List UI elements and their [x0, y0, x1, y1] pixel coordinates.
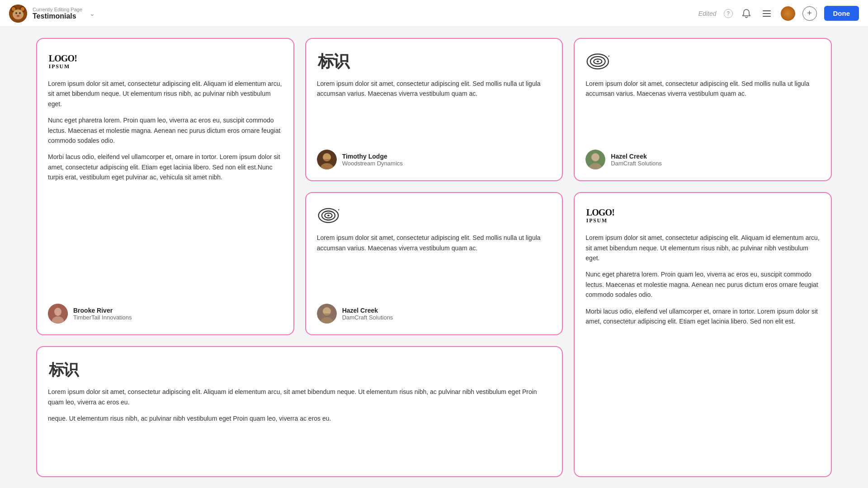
- testimonial-card-2: 标识 Lorem ipsum dolor sit amet, consectet…: [305, 38, 563, 181]
- svg-rect-11: [763, 13, 771, 14]
- header-left: Currently Editing Page Testimonials ⌄: [9, 5, 95, 23]
- svg-point-9: [17, 15, 19, 17]
- notification-button[interactable]: [740, 7, 753, 20]
- testimonial-card-5: LOGO! IPSUM Lorem ipsum dolor sit amet, …: [574, 192, 832, 477]
- card-author-3: Hazel Creek DamCraft Solutions: [585, 150, 820, 169]
- author-info-3: Hazel Creek DamCraft Solutions: [611, 153, 662, 167]
- svg-rect-10: [763, 10, 771, 11]
- card-author-4: Hazel Creek DamCraft Solutions: [317, 304, 552, 324]
- svg-text:LOGO!: LOGO!: [586, 207, 614, 217]
- author-company-2: Woodstream Dynamics: [342, 160, 403, 167]
- card-text-6: Lorem ipsum dolor sit amet, consectetur …: [48, 387, 551, 465]
- add-button[interactable]: +: [802, 6, 817, 21]
- svg-text:IPSUM: IPSUM: [586, 217, 608, 224]
- card-logo-3: [585, 52, 820, 71]
- help-icon[interactable]: ?: [724, 9, 733, 18]
- svg-point-28: [591, 153, 599, 161]
- author-name-1: Brooke River: [73, 307, 132, 314]
- author-company-4: DamCraft Solutions: [342, 314, 393, 321]
- testimonial-card-1: LOGO! IPSUM Lorem ipsum dolor sit amet, …: [36, 38, 294, 335]
- author-company-1: TimberTail Innovations: [73, 314, 132, 321]
- done-button[interactable]: Done: [824, 6, 859, 21]
- user-avatar[interactable]: [781, 6, 795, 21]
- card-logo-1: LOGO! IPSUM: [48, 52, 283, 71]
- author-company-3: DamCraft Solutions: [611, 160, 662, 167]
- card-logo-6: 标识: [48, 360, 551, 380]
- svg-text:标识: 标识: [48, 361, 80, 378]
- card-text-1: Lorem ipsum dolor sit amet, consectetur …: [48, 79, 283, 295]
- author-avatar-3: [585, 150, 605, 169]
- header-title: Testimonials: [33, 12, 82, 20]
- svg-text:IPSUM: IPSUM: [49, 63, 70, 70]
- author-name-2: Timothy Lodge: [342, 153, 403, 160]
- svg-point-7: [15, 12, 17, 14]
- testimonials-grid: LOGO! IPSUM Lorem ipsum dolor sit amet, …: [0, 27, 868, 488]
- svg-text:标识: 标识: [317, 52, 350, 70]
- svg-line-34: [338, 210, 339, 211]
- chevron-down-icon[interactable]: ⌄: [90, 10, 95, 17]
- testimonial-card-4: Lorem ipsum dolor sit amet, consectetur …: [305, 192, 563, 335]
- header-right: Edited ? + Done: [698, 6, 859, 21]
- svg-point-33: [327, 215, 329, 216]
- header-title-block: Currently Editing Page Testimonials: [33, 7, 82, 20]
- svg-text:LOGO!: LOGO!: [49, 53, 77, 63]
- testimonial-card-3: Lorem ipsum dolor sit amet, consectetur …: [574, 38, 832, 181]
- card-author-1: Brooke River TimberTail Innovations: [48, 304, 283, 324]
- author-info-4: Hazel Creek DamCraft Solutions: [342, 307, 393, 321]
- card-logo-2: 标识: [317, 52, 552, 71]
- card-text-2: Lorem ipsum dolor sit amet, consectetur …: [317, 79, 552, 141]
- author-avatar-1: [48, 304, 68, 324]
- testimonial-card-6: 标识 Lorem ipsum dolor sit amet, consectet…: [36, 346, 563, 477]
- header-subtitle: Currently Editing Page: [33, 7, 82, 12]
- card-text-4: Lorem ipsum dolor sit amet, consectetur …: [317, 233, 552, 295]
- author-info-2: Timothy Lodge Woodstream Dynamics: [342, 153, 403, 167]
- svg-rect-12: [763, 16, 771, 17]
- svg-point-3: [12, 7, 15, 11]
- edited-label: Edited: [698, 10, 717, 17]
- author-name-4: Hazel Creek: [342, 307, 393, 314]
- avatar: [9, 5, 27, 23]
- card-text-5: Lorem ipsum dolor sit amet, consectetur …: [585, 233, 820, 465]
- author-avatar-4: [317, 304, 337, 324]
- card-text-3: Lorem ipsum dolor sit amet, consectetur …: [585, 79, 820, 141]
- header: Currently Editing Page Testimonials ⌄ Ed…: [0, 0, 868, 27]
- svg-point-25: [597, 61, 599, 62]
- card-logo-5: LOGO! IPSUM: [585, 206, 820, 225]
- author-avatar-2: [317, 150, 337, 169]
- svg-point-4: [21, 7, 24, 11]
- card-author-2: Timothy Lodge Woodstream Dynamics: [317, 150, 552, 169]
- list-icon-button[interactable]: [760, 8, 774, 19]
- author-info-1: Brooke River TimberTail Innovations: [73, 307, 132, 321]
- card-logo-4: [317, 206, 552, 225]
- svg-point-16: [54, 308, 61, 316]
- author-name-3: Hazel Creek: [611, 153, 662, 160]
- svg-point-8: [19, 12, 21, 14]
- svg-line-26: [609, 56, 609, 56]
